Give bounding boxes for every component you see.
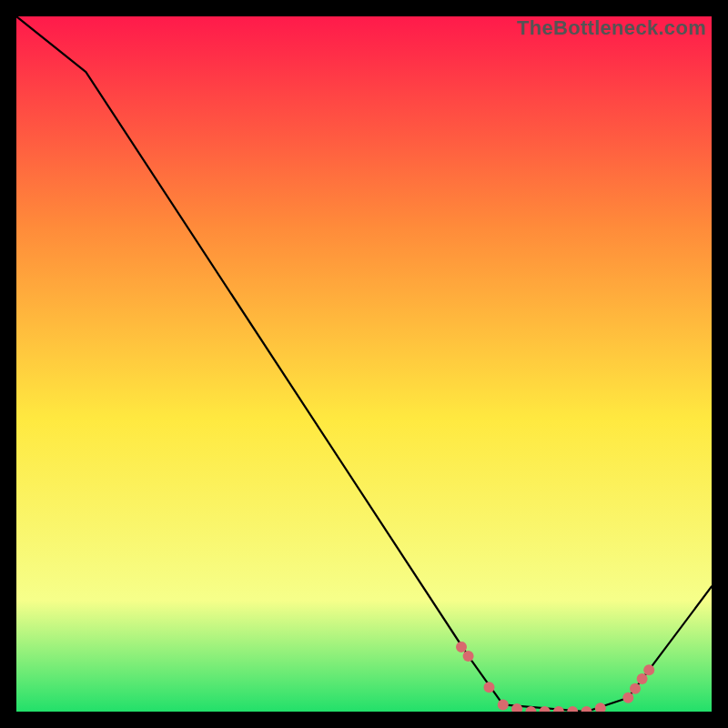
marker-dot <box>643 664 654 675</box>
chart-frame: TheBottleneck.com <box>16 16 712 712</box>
watermark-text: TheBottleneck.com <box>517 16 706 40</box>
marker-dot <box>484 682 495 693</box>
marker-dot <box>622 693 633 703</box>
bottleneck-chart <box>16 16 712 712</box>
marker-dot <box>456 642 467 652</box>
gradient-background <box>16 16 712 712</box>
marker-dot <box>630 683 641 694</box>
marker-dot <box>498 699 509 710</box>
marker-dot <box>463 651 474 662</box>
marker-dot <box>637 673 648 684</box>
